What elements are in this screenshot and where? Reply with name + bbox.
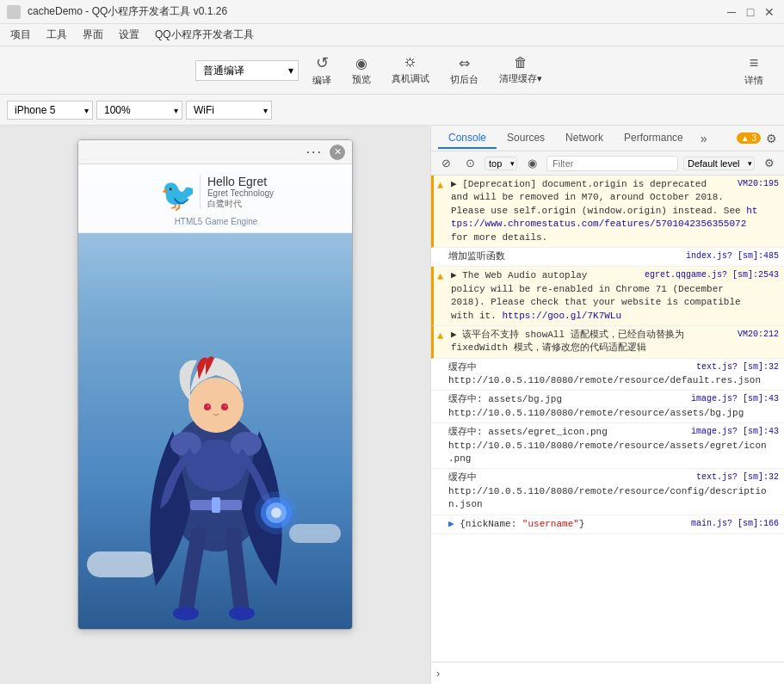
tabs-more-button[interactable]: » (697, 132, 711, 145)
console-toolbar: ⊘ ⊙ top ◉ Default level ⚙ (431, 151, 784, 176)
showall-link[interactable]: VM20:212 (738, 329, 779, 341)
details-label: 详情 (744, 74, 763, 87)
warn-icon-3: ▲ (437, 330, 443, 344)
listener-link[interactable]: index.js? [sm]:485 (686, 250, 779, 262)
egret-header: 🐦 Hello Egret Egret Technology 白鹭时代 HTML… (78, 164, 353, 233)
filter-toggle-button[interactable]: ⊙ (460, 154, 479, 173)
network-select[interactable]: WiFi (186, 101, 272, 120)
level-select[interactable]: Default level (683, 157, 755, 170)
menu-project[interactable]: 项目 (3, 26, 38, 44)
svg-point-3 (188, 378, 244, 433)
tab-sources[interactable]: Sources (497, 128, 555, 149)
compile-select[interactable]: 普通编译 (195, 60, 299, 81)
menu-settings[interactable]: 设置 (112, 26, 146, 44)
menu-qq-dev[interactable]: QQ小程序开发者工具 (148, 26, 261, 44)
compile-button[interactable]: ↺ 编译 (306, 50, 338, 90)
console-input-bar: › (431, 662, 784, 684)
main-area: ··· ✕ 🐦 Hello Egret Egret Technology (0, 126, 784, 684)
nickname-text: ▶ {nickName: "username"} (448, 519, 584, 529)
title-bar-text: cacheDemo - QQ小程序开发者工具 v0.1.26 (28, 4, 717, 19)
phone-menu-dots[interactable]: ··· (306, 145, 323, 160)
phone-frame: ··· ✕ 🐦 Hello Egret Egret Technology (77, 139, 353, 630)
menu-interface[interactable]: 界面 (76, 26, 110, 44)
nickname-link[interactable]: main.js? [sm]:166 (691, 518, 779, 530)
zoom-select[interactable]: 100% (96, 101, 182, 120)
console-messages[interactable]: ▲ VM20:195 ▶ [Deprecation] document.orig… (431, 176, 784, 662)
cache4-link[interactable]: text.js? [sm]:32 (696, 471, 779, 484)
svg-point-15 (229, 607, 255, 620)
close-button[interactable]: ✕ (762, 4, 777, 20)
egret-logo-svg: 🐦 (158, 170, 193, 213)
real-debug-icon: ⛭ (404, 55, 417, 71)
preview-button[interactable]: ◉ 预览 (345, 52, 378, 89)
svg-rect-17 (212, 497, 220, 513)
more-icon: ≡ (750, 54, 759, 72)
device-bar: iPhone 5 100% WiFi (0, 95, 784, 126)
simulator-pane: ··· ✕ 🐦 Hello Egret Egret Technology (0, 126, 430, 684)
phone-game-area: 🐦 Hello Egret Egret Technology 白鹭时代 HTML… (78, 164, 353, 629)
device-select[interactable]: iPhone 5 (7, 101, 93, 120)
console-msg-cache4: text.js? [sm]:32 缓存中http://10.0.5.110/80… (431, 469, 784, 515)
cache2-link[interactable]: image.js? [sm]:43 (691, 393, 779, 405)
warning-badge: ▲ 3 (737, 132, 761, 144)
zoom-select-wrapper[interactable]: 100% (96, 101, 182, 120)
cutback-button[interactable]: ⇔ 切后台 (443, 52, 485, 89)
tab-performance[interactable]: Performance (614, 128, 694, 149)
console-msg-nickname: main.js? [sm]:166 ▶ {nickName: "username… (431, 515, 784, 534)
device-select-wrapper[interactable]: iPhone 5 (7, 101, 93, 120)
real-debug-label: 真机调试 (392, 72, 429, 85)
svg-point-6 (207, 405, 210, 408)
egret-text-area: Hello Egret Egret Technology 白鹭时代 (207, 175, 274, 210)
devtools-settings-icon[interactable]: ⚙ (766, 132, 777, 145)
level-select-wrapper[interactable]: Default level (683, 157, 755, 170)
warn-icon-1: ▲ (437, 179, 443, 194)
preview-icon: ◉ (355, 55, 367, 71)
console-msg-listener: index.js? [sm]:485 增加监听函数 (431, 248, 784, 267)
maximize-button[interactable]: □ (743, 4, 758, 20)
compile-select-wrapper[interactable]: 普通编译 (195, 60, 299, 81)
audio-link[interactable]: egret.qqgame.js? [sm]:2543 (645, 269, 779, 281)
minimize-button[interactable]: ─ (724, 4, 739, 20)
egret-logo-area: 🐦 Hello Egret Egret Technology 白鹭时代 (158, 170, 274, 213)
context-select[interactable]: top (485, 157, 517, 170)
console-msg-deprecation: ▲ VM20:195 ▶ [Deprecation] document.orig… (431, 176, 784, 248)
details-button[interactable]: ≡ 详情 (738, 51, 770, 90)
filter-input[interactable] (546, 156, 678, 171)
character-svg (104, 259, 328, 629)
context-select-wrapper[interactable]: top (485, 157, 517, 170)
console-msg-cache3: image.js? [sm]:43 缓存中: assets/egret_icon… (431, 423, 784, 469)
console-msg-showall: ▲ VM20:212 ▶ 该平台不支持 showAll 适配模式，已经自动替换为… (431, 326, 784, 359)
eye-button[interactable]: ◉ (522, 154, 541, 173)
cache1-link[interactable]: text.js? [sm]:32 (696, 361, 779, 373)
real-debug-button[interactable]: ⛭ 真机调试 (385, 52, 436, 89)
tab-network[interactable]: Network (555, 128, 614, 149)
expand-icon[interactable]: ▶ (448, 519, 454, 529)
game-character (78, 233, 353, 629)
clear-cache-icon: 🗑 (514, 55, 528, 71)
clear-cache-button[interactable]: 🗑 清理缓存▾ (492, 52, 549, 89)
devtools-tab-right: ▲ 3 ⚙ (737, 132, 777, 145)
egret-brand-text: 白鹭时代 (207, 198, 274, 210)
title-bar: cacheDemo - QQ小程序开发者工具 v0.1.26 ─ □ ✕ (0, 0, 784, 24)
cache3-link[interactable]: image.js? [sm]:43 (691, 426, 779, 438)
network-select-wrapper[interactable]: WiFi (186, 101, 272, 120)
preview-label: 预览 (352, 73, 371, 86)
console-msg-cache1: text.js? [sm]:32 缓存中http://10.0.5.110/80… (431, 359, 784, 391)
app-icon (7, 5, 21, 19)
egret-divider (200, 175, 201, 209)
console-input[interactable] (445, 668, 779, 680)
clear-console-button[interactable]: ⊘ (436, 154, 455, 173)
cutback-icon: ⇔ (459, 55, 470, 71)
deprecation-link[interactable]: VM20:195 (738, 178, 779, 190)
devtools-tabs: Console Sources Network Performance » ▲ … (431, 126, 784, 151)
listener-text: 增加监听函数 (448, 251, 505, 262)
svg-point-7 (225, 405, 227, 408)
cutback-label: 切后台 (450, 73, 478, 86)
svg-text:🐦: 🐦 (160, 176, 193, 213)
showall-text: ▶ 该平台不支持 showAll 适配模式，已经自动替换为 fixedWidth… (451, 330, 689, 353)
tab-console[interactable]: Console (438, 128, 497, 149)
phone-close-button[interactable]: ✕ (330, 145, 345, 160)
menu-bar: 项目 工具 界面 设置 QQ小程序开发者工具 (0, 24, 784, 46)
menu-tools[interactable]: 工具 (40, 26, 74, 44)
console-settings-button[interactable]: ⚙ (760, 154, 779, 173)
